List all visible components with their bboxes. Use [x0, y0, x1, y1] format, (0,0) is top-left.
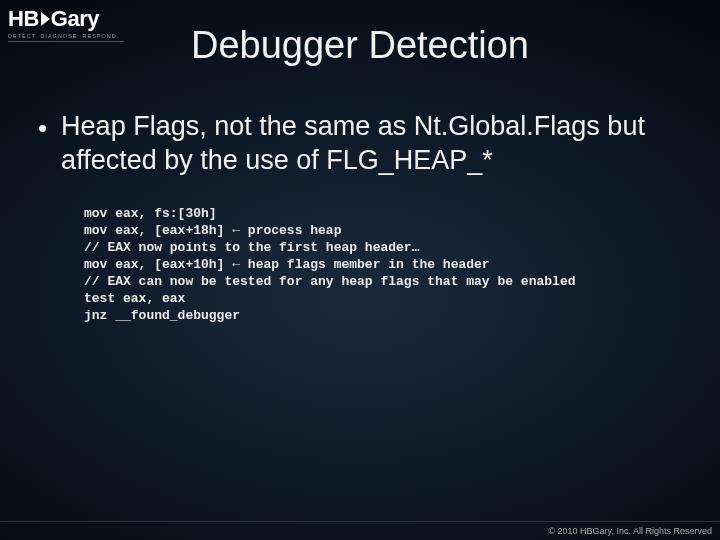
brand-logo: HB Gary DETECT. DIAGNOSE. RESPOND.: [8, 6, 124, 42]
brand-gary: Gary: [51, 6, 99, 32]
bullet-dot-icon: •: [38, 111, 47, 145]
brand-tagline: DETECT. DIAGNOSE. RESPOND.: [8, 33, 124, 39]
brand-divider: [8, 41, 124, 42]
code-line: // EAX can now be tested for any heap fl…: [84, 274, 575, 289]
code-line: // EAX now points to the first heap head…: [84, 240, 419, 255]
code-line: mov eax, [eax+10h] ← heap flags member i…: [84, 257, 490, 272]
triangle-icon: [41, 12, 50, 26]
footer-divider: [0, 521, 720, 522]
code-line: mov eax, fs:[30h]: [84, 206, 217, 221]
brand-hb: HB: [8, 6, 39, 32]
bullet-item: • Heap Flags, not the same as Nt.Global.…: [38, 109, 682, 177]
bullet-text: Heap Flags, not the same as Nt.Global.Fl…: [61, 109, 682, 177]
code-line: jnz __found_debugger: [84, 308, 240, 323]
copyright-footer: © 2010 HBGary, Inc. All Rights Reserved: [548, 526, 712, 536]
code-block: mov eax, fs:[30h] mov eax, [eax+18h] ← p…: [84, 205, 682, 324]
code-line: test eax, eax: [84, 291, 185, 306]
brand-logo-main: HB Gary: [8, 6, 124, 32]
code-line: mov eax, [eax+18h] ← process heap: [84, 223, 341, 238]
